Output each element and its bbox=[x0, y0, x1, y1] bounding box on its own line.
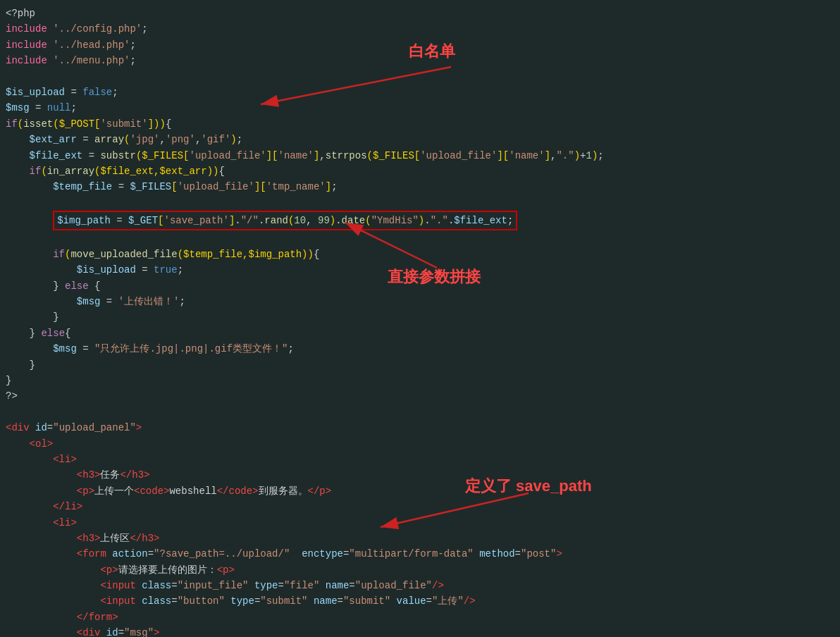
code-line-29: <li> bbox=[6, 452, 834, 467]
code-line-3: include '../head.php'; bbox=[6, 37, 834, 53]
code-line-38: <input class="button" type="submit" name… bbox=[6, 593, 834, 609]
code-line-25: ?> bbox=[6, 388, 834, 404]
code-line-9: $ext_arr = array('jpg','png','gif'); bbox=[6, 132, 834, 147]
code-line-39: </form> bbox=[6, 610, 834, 625]
code-line-highlight: $img_path = $_GET['save_path']."/".rand(… bbox=[6, 211, 834, 230]
code-line-40: <div id="msg"> bbox=[6, 625, 834, 637]
code-line-13 bbox=[6, 195, 834, 211]
code-line-19: $msg = '上传出错！'; bbox=[6, 294, 834, 309]
code-line-4: include '../menu.php'; bbox=[6, 53, 834, 68]
code-line-32: </li> bbox=[6, 499, 834, 514]
code-container: <?php include '../config.php'; include '… bbox=[0, 0, 840, 637]
code-line-33: <li> bbox=[6, 515, 834, 531]
code-line-15 bbox=[6, 230, 834, 246]
code-line-7: $msg = null; bbox=[6, 100, 834, 116]
code-line-5 bbox=[6, 69, 834, 85]
code-line-37: <input class="input_file" type="file" na… bbox=[6, 578, 834, 593]
code-line-11: if(in_array($file_ext,$ext_arr)){ bbox=[6, 163, 834, 179]
code-line-27: <div id="upload_panel"> bbox=[6, 420, 834, 435]
code-line-6: $is_upload = false; bbox=[6, 85, 834, 100]
code-line-35: <form action="?save_path=../upload/" enc… bbox=[6, 546, 834, 562]
code-line-16: if(move_uploaded_file($temp_file,$img_pa… bbox=[6, 247, 834, 262]
code-line-26 bbox=[6, 404, 834, 420]
code-line-20: } bbox=[6, 309, 834, 325]
code-line-2: include '../config.php'; bbox=[6, 21, 834, 37]
code-line-12: $temp_file = $_FILES['upload_file']['tmp… bbox=[6, 179, 834, 194]
code-line-17: $is_upload = true; bbox=[6, 262, 834, 278]
code-line-24: } bbox=[6, 373, 834, 388]
code-line-28: <ol> bbox=[6, 436, 834, 452]
code-line-30: <h3>任务</h3> bbox=[6, 467, 834, 483]
code-line-23: } bbox=[6, 357, 834, 373]
code-line-36: <p>请选择要上传的图片：<p> bbox=[6, 562, 834, 578]
code-line-31: <p>上传一个<code>webshell</code>到服务器。</p> bbox=[6, 483, 834, 499]
code-line-21: } else{ bbox=[6, 326, 834, 341]
code-line-34: <h3>上传区</h3> bbox=[6, 531, 834, 546]
code-line-22: $msg = "只允许上传.jpg|.png|.gif类型文件！"; bbox=[6, 341, 834, 357]
code-line-8: if(isset($_POST['submit'])){ bbox=[6, 116, 834, 132]
code-line-10: $file_ext = substr($_FILES['upload_file'… bbox=[6, 148, 834, 163]
code-line-1: <?php bbox=[6, 6, 834, 21]
code-line-18: } else { bbox=[6, 278, 834, 294]
